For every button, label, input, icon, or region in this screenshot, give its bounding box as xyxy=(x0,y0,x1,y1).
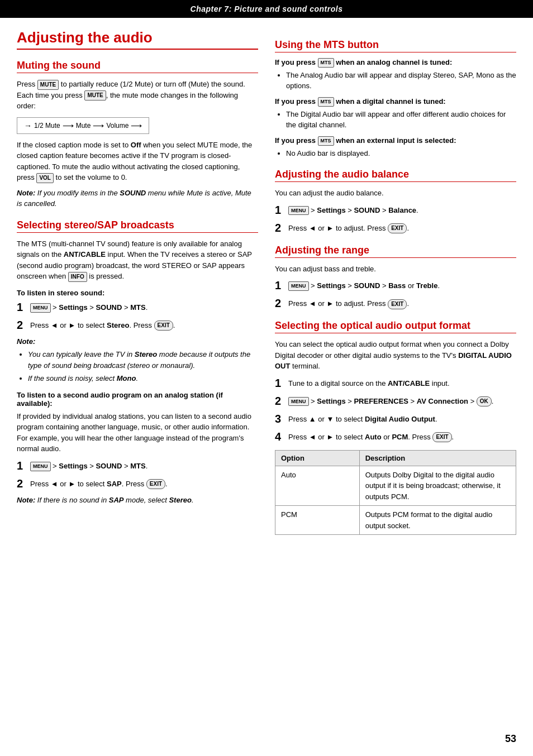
muting-para2: If the closed caption mode is set to Off… xyxy=(17,140,258,183)
table-cell-auto-desc: Outputs Dolby Digital to the digital aud… xyxy=(360,466,516,506)
sap-step1-content: MENU > Settings > SOUND > MTS. xyxy=(30,459,147,472)
section-stereo-title: Selecting stereo/SAP broadcasts xyxy=(17,219,258,233)
table-header-row: Option Description xyxy=(275,451,516,466)
page: Chapter 7: Picture and sound controls Ad… xyxy=(0,0,533,756)
mts-digital-bullet: The Digital Audio bar will appear and of… xyxy=(286,109,516,131)
optical-step4-content: Press ◄ or ► to select Auto or PCM. Pres… xyxy=(288,430,454,443)
mts-external-block: If you press MTS when an external input … xyxy=(275,136,516,159)
optical-step-num-4: 4 xyxy=(275,430,285,443)
optical-step1: 1 Tune to a digital source on the ANT/CA… xyxy=(275,376,516,390)
stereo-note: Note: You can typically leave the TV in … xyxy=(17,336,258,384)
menu-icon2: MENU xyxy=(30,462,51,471)
mute-button-icon: MUTE xyxy=(37,80,59,90)
range-step-num-2: 2 xyxy=(275,296,285,310)
range-step2-content: Press ◄ or ► to adjust. Press EXIT. xyxy=(288,296,409,309)
chapter-header: Chapter 7: Picture and sound controls xyxy=(0,0,533,18)
mts-icon1: MTS xyxy=(318,58,334,68)
sap-subsection-title: To listen to a second audio program on a… xyxy=(17,391,258,408)
range-step1: 1 MENU > Settings > SOUND > Bass or Treb… xyxy=(275,279,516,292)
exit-button-icon2: EXIT xyxy=(146,479,165,489)
mts-icon3: MTS xyxy=(318,136,334,146)
table-cell-pcm-desc: Outputs PCM format to the digital audio … xyxy=(360,506,516,534)
diagram-mute: Mute xyxy=(76,122,91,130)
left-column: Adjusting the audio Muting the sound Pre… xyxy=(17,29,258,535)
arrow-icon: → xyxy=(24,121,32,130)
page-number: 53 xyxy=(505,733,516,745)
balance-step-num-2: 2 xyxy=(275,221,285,235)
info-button-icon: INFO xyxy=(68,272,87,282)
mts-analog-heading: If you press MTS when an analog channel … xyxy=(275,58,516,68)
muting-note: Note: If you modify items in the SOUND m… xyxy=(17,188,258,209)
balance-step-num-1: 1 xyxy=(275,203,285,217)
exit-button-icon5: EXIT xyxy=(432,432,451,442)
mts-analog-block: If you press MTS when an analog channel … xyxy=(275,58,516,92)
exit-button-icon4: EXIT xyxy=(388,299,407,309)
menu-icon4: MENU xyxy=(288,281,309,291)
menu-icon1: MENU xyxy=(30,303,51,313)
mts-icon2: MTS xyxy=(318,97,334,107)
sap-step1: 1 MENU > Settings > SOUND > MTS. xyxy=(17,459,258,472)
stereo-para1: The MTS (multi-channel TV sound) feature… xyxy=(17,238,258,282)
mts-digital-heading: If you press MTS when a digital channel … xyxy=(275,97,516,107)
optical-step3-content: Press ▲ or ▼ to select Digital Audio Out… xyxy=(288,412,437,425)
exit-button-icon3: EXIT xyxy=(388,223,407,233)
sap-note: Note: If there is no sound in SAP mode, … xyxy=(17,495,258,506)
balance-step2-content: Press ◄ or ► to adjust. Press EXIT. xyxy=(288,221,409,234)
optical-step-num-1: 1 xyxy=(275,376,285,390)
arrow-icon3: ⟶ xyxy=(93,121,104,130)
section-range-title: Adjusting the range xyxy=(275,245,516,258)
optical-step1-content: Tune to a digital source on the ANT/CABL… xyxy=(288,376,450,389)
arrow-icon2: ⟶ xyxy=(63,121,74,130)
mute-button-icon2: MUTE xyxy=(84,90,106,101)
section-optical-title: Selecting the optical audio output forma… xyxy=(275,320,516,333)
table-header-option: Option xyxy=(275,451,360,466)
stereo-step2: 2 Press ◄ or ► to select Stereo. Press E… xyxy=(17,318,258,332)
mts-digital-block: If you press MTS when a digital channel … xyxy=(275,97,516,131)
menu-icon3: MENU xyxy=(288,206,309,216)
mts-external-heading: If you press MTS when an external input … xyxy=(275,136,516,146)
right-column: Using the MTS button If you press MTS wh… xyxy=(275,29,516,535)
optical-step2-content: MENU > Settings > PREFERENCES > AV Conne… xyxy=(288,394,493,407)
stereo-step1: 1 MENU > Settings > SOUND > MTS. xyxy=(17,300,258,314)
table-row-pcm: PCM Outputs PCM format to the digital au… xyxy=(275,506,516,534)
diagram-volume: Volume xyxy=(106,122,129,130)
range-para: You can adjust bass and treble. xyxy=(275,264,516,275)
stereo-step2-content: Press ◄ or ► to select Stereo. Press EXI… xyxy=(30,318,175,331)
mts-analog-bullet: The Analog Audio bar will appear and dis… xyxy=(286,70,516,92)
range-step-num-1: 1 xyxy=(275,279,285,292)
sap-step2: 2 Press ◄ or ► to select SAP. Press EXIT… xyxy=(17,477,258,490)
stereo-step1-content: MENU > Settings > SOUND > MTS. xyxy=(30,300,147,313)
section-mts-title: Using the MTS button xyxy=(275,39,516,52)
optical-step-num-2: 2 xyxy=(275,394,285,408)
mute-diagram: → 1/2 Mute ⟶ Mute ⟶ Volume ⟶ xyxy=(17,117,149,134)
optical-step2: 2 MENU > Settings > PREFERENCES > AV Con… xyxy=(275,394,516,408)
ok-button-icon: OK xyxy=(477,396,492,406)
main-content: Adjusting the audio Muting the sound Pre… xyxy=(0,18,533,552)
balance-para: You can adjust the audio balance. xyxy=(275,188,516,199)
audio-format-table: Option Description Auto Outputs Dolby Di… xyxy=(275,450,516,535)
table-header-description: Description xyxy=(360,451,516,466)
stereo-subsection-title: To listen in stereo sound: xyxy=(17,289,258,297)
optical-step3: 3 Press ▲ or ▼ to select Digital Audio O… xyxy=(275,412,516,425)
sap-step-num-2: 2 xyxy=(17,477,27,490)
mts-external-bullet: No Audio bar is displayed. xyxy=(286,148,516,159)
menu-icon5: MENU xyxy=(288,397,309,406)
main-title: Adjusting the audio xyxy=(17,29,258,50)
optical-para: You can select the optical audio output … xyxy=(275,339,516,372)
stereo-note-bullet2: If the sound is noisy, select Mono. xyxy=(28,373,258,384)
stereo-note-bullet1: You can typically leave the TV in Stereo… xyxy=(28,349,258,371)
table-row-auto: Auto Outputs Dolby Digital to the digita… xyxy=(275,466,516,506)
table-cell-pcm-option: PCM xyxy=(275,506,360,534)
optical-step-num-3: 3 xyxy=(275,412,285,425)
balance-step1: 1 MENU > Settings > SOUND > Balance. xyxy=(275,203,516,217)
range-step1-content: MENU > Settings > SOUND > Bass or Treble… xyxy=(288,279,440,291)
vol-button-icon: VOL xyxy=(36,173,54,183)
diagram-half-mute: 1/2 Mute xyxy=(34,122,60,130)
balance-step2: 2 Press ◄ or ► to adjust. Press EXIT. xyxy=(275,221,516,235)
balance-step1-content: MENU > Settings > SOUND > Balance. xyxy=(288,203,418,216)
step-num-2: 2 xyxy=(17,318,27,332)
section-balance-title: Adjusting the audio balance xyxy=(275,169,516,182)
optical-step4: 4 Press ◄ or ► to select Auto or PCM. Pr… xyxy=(275,430,516,443)
sap-step2-content: Press ◄ or ► to select SAP. Press EXIT. xyxy=(30,477,168,490)
range-step2: 2 Press ◄ or ► to adjust. Press EXIT. xyxy=(275,296,516,310)
